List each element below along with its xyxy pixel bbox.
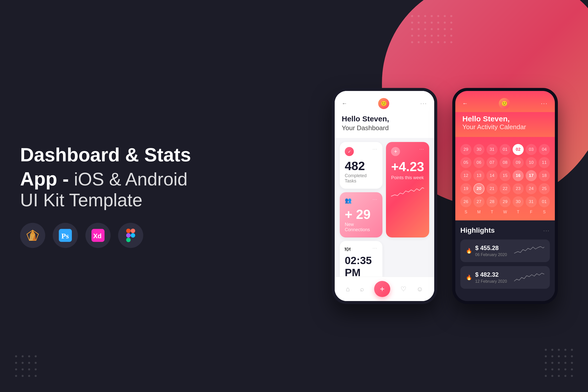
activity-calendar-subtitle: Your Activity Calendar [462, 123, 548, 131]
points-card[interactable]: + ··· +4.23 Points this week [386, 142, 429, 237]
greeting-text: Hello Steven, [342, 115, 427, 123]
connections-label: New Connections [345, 222, 377, 232]
completed-tasks-card[interactable]: ✓ ··· 482 Completed Tasks [340, 142, 382, 189]
cal-day-30prev[interactable]: 30 [473, 144, 484, 155]
points-label: Points this week [391, 175, 424, 180]
cal-day-31[interactable]: 31 [526, 196, 537, 207]
heart-icon[interactable]: ♡ [401, 285, 406, 293]
cal-day-01next[interactable]: 01 [539, 196, 550, 207]
phone2-header: ← 🙂 ··· [455, 91, 555, 112]
cal-day-14[interactable]: 14 [486, 170, 498, 181]
figma-icon[interactable] [118, 223, 143, 248]
restaurant-icon: 🍽 [345, 246, 350, 253]
dots-top [411, 15, 452, 43]
cal-day-02[interactable]: 02 [513, 144, 524, 155]
highlights-header: Highlights ··· [460, 226, 550, 234]
cal-day-26[interactable]: 26 [460, 196, 471, 207]
phone2-user-avatar[interactable]: 🙂 [499, 98, 510, 109]
card-options-icon[interactable]: ··· [373, 147, 377, 152]
search-icon[interactable]: ⌕ [360, 285, 364, 293]
connections-card-options[interactable]: ··· [373, 197, 377, 202]
cal-day-03[interactable]: 03 [526, 144, 537, 155]
home-icon[interactable]: ⌂ [346, 285, 350, 293]
cal-day-08[interactable]: 08 [500, 157, 511, 168]
weekday-s1: S [460, 210, 471, 214]
cal-day-29[interactable]: 29 [500, 196, 511, 207]
highlights-more-icon[interactable]: ··· [543, 228, 550, 233]
connections-value: + 29 [345, 208, 377, 221]
event-time: 02:35 PM [345, 255, 377, 277]
cal-day-07[interactable]: 07 [486, 157, 498, 168]
weekday-s2: S [539, 210, 550, 214]
title-kit: UI Kit Template [20, 189, 191, 210]
cal-day-10[interactable]: 10 [526, 157, 537, 168]
back-arrow-icon[interactable]: ← [342, 100, 347, 107]
xd-icon[interactable]: Xd [85, 223, 111, 248]
cal-day-13[interactable]: 13 [473, 170, 484, 181]
cal-day-25[interactable]: 25 [539, 183, 550, 194]
profile-icon[interactable]: ☺ [416, 285, 423, 293]
dots-bottom-right [545, 349, 573, 377]
cal-day-15[interactable]: 15 [500, 170, 511, 181]
points-card-options[interactable]: ··· [419, 147, 424, 152]
phone2-more-options-icon[interactable]: ··· [541, 100, 548, 107]
connections-card[interactable]: 👥 ··· + 29 New Connections [340, 192, 382, 237]
cal-day-18[interactable]: 18 [539, 170, 550, 181]
dashboard-subtitle: Your Dashboard [342, 124, 427, 132]
cal-day-21[interactable]: 21 [486, 183, 498, 194]
cal-day-11[interactable]: 11 [539, 157, 550, 168]
cal-day-27[interactable]: 27 [473, 196, 484, 207]
cal-day-12[interactable]: 12 [460, 170, 471, 181]
cal-day-20[interactable]: 20 [473, 183, 484, 194]
weekday-t1: T [486, 210, 498, 214]
fire-icon-1: 🔥 [466, 248, 472, 254]
highlight-item-1[interactable]: 🔥 $ 455.28 06 February 2020 [460, 239, 550, 262]
cal-day-22[interactable]: 22 [500, 183, 511, 194]
points-value: +4.23 [391, 160, 424, 173]
cal-day-01[interactable]: 01 [500, 144, 511, 155]
svg-rect-11 [126, 233, 131, 237]
sketch-icon[interactable] [20, 223, 45, 248]
phone2-back-arrow[interactable]: ← [462, 100, 468, 107]
highlight-2-info: $ 482.32 12 February 2020 [475, 271, 507, 284]
cal-day-30[interactable]: 30 [513, 196, 524, 207]
user-avatar[interactable]: 🙂 [378, 98, 389, 109]
cal-day-31prev[interactable]: 31 [486, 144, 498, 155]
svg-text:Ps: Ps [61, 231, 69, 240]
highlight-2-chart [514, 271, 544, 284]
cal-day-09[interactable]: 09 [513, 157, 524, 168]
cal-day-28[interactable]: 28 [486, 196, 498, 207]
highlight-2-left: 🔥 $ 482.32 12 February 2020 [466, 271, 507, 284]
people-icon: 👥 [345, 197, 352, 204]
cal-day-16[interactable]: 16 [513, 170, 524, 181]
highlight-item-2[interactable]: 🔥 $ 482.32 12 February 2020 [460, 266, 550, 289]
cal-day-04[interactable]: 04 [539, 144, 550, 155]
bottom-navigation: ⌂ ⌕ + ♡ ☺ [335, 277, 434, 301]
time-card[interactable]: 🍽 ··· 02:35 PM Dinner with Julie [340, 241, 382, 277]
title-app: App - [20, 168, 69, 189]
phone2-greeting-text: Hello Steven, [462, 115, 548, 123]
cal-day-06[interactable]: 06 [473, 157, 484, 168]
svg-marker-1 [30, 230, 35, 234]
title-platform: iOS & Android [74, 169, 187, 189]
highlight-1-left: 🔥 $ 455.28 06 February 2020 [466, 244, 507, 257]
phone-dashboard: ← 🙂 ··· Hello Steven, Your Dashboard ✓ ·… [332, 88, 437, 304]
cal-day-23[interactable]: 23 [513, 183, 524, 194]
cal-day-29prev[interactable]: 29 [460, 144, 471, 155]
highlights-title: Highlights [460, 226, 495, 234]
cal-day-19[interactable]: 19 [460, 183, 471, 194]
cal-day-24[interactable]: 24 [526, 183, 537, 194]
tasks-label: Completed Tasks [345, 173, 377, 184]
cards-grid: ✓ ··· 482 Completed Tasks + ··· +4.23 [340, 142, 429, 277]
cal-day-05[interactable]: 05 [460, 157, 471, 168]
fab-button[interactable]: + [374, 281, 390, 297]
time-card-options[interactable]: ··· [373, 246, 377, 251]
tool-icons-row: Ps Xd [20, 223, 191, 248]
phone2-greeting: Hello Steven, Your Activity Calendar [455, 112, 555, 137]
cal-day-17[interactable]: 17 [526, 170, 537, 181]
svg-rect-12 [126, 237, 131, 242]
photoshop-icon[interactable]: Ps [53, 223, 78, 248]
calendar-section: 29 30 31 01 02 03 04 05 06 07 08 09 10 1… [455, 137, 555, 220]
highlight-1-info: $ 455.28 06 February 2020 [475, 244, 507, 257]
more-options-icon[interactable]: ··· [420, 100, 427, 107]
